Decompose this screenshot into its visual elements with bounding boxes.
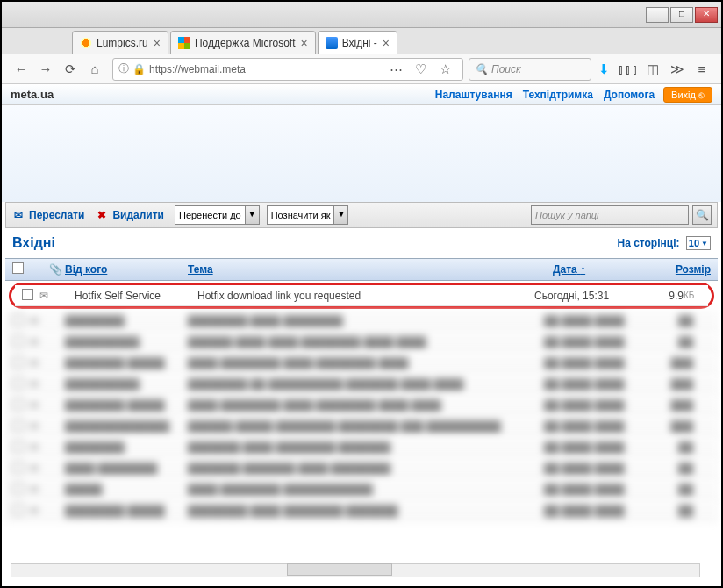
date-cell: ██ ████ ████ xyxy=(544,336,649,348)
row-checkbox[interactable] xyxy=(12,483,30,497)
info-icon[interactable]: ⓘ xyxy=(118,61,129,76)
row-checkbox[interactable] xyxy=(22,289,39,303)
tab-close-icon[interactable]: × xyxy=(383,36,390,50)
from-column-header[interactable]: Від кого xyxy=(65,263,188,276)
window-minimize-button[interactable]: _ xyxy=(646,7,669,23)
row-checkbox[interactable] xyxy=(12,335,30,349)
move-to-select[interactable]: Перенести до ▼ xyxy=(175,205,260,225)
nav-support[interactable]: Техпідтримка xyxy=(523,89,593,101)
dropdown-arrow-icon: ▼ xyxy=(333,206,347,224)
per-page-control: На сторінці: 10 ▼ xyxy=(617,236,711,250)
mail-row[interactable]: ✉████████ █████████ ████████ ████ ██████… xyxy=(5,353,718,374)
library-button[interactable]: ⫿⫿⫿ xyxy=(618,59,639,80)
subject-cell: ███████ ███████ ████ ████████ xyxy=(188,463,544,475)
site-icon xyxy=(178,37,190,49)
tab-microsoft[interactable]: Поддержка Microsoft × xyxy=(170,31,316,54)
envelope-icon: ✉ xyxy=(30,336,49,348)
tab-close-icon[interactable]: × xyxy=(300,36,307,50)
home-button[interactable]: ⌂ xyxy=(84,59,105,80)
mail-grid-header: 📎 Від кого Тема Дата ↑ Розмір xyxy=(5,258,718,281)
menu-button[interactable]: ≡ xyxy=(691,59,712,80)
mark-as-select[interactable]: Позначити як ▼ xyxy=(267,205,349,225)
date-column-header[interactable]: Дата ↑ xyxy=(553,263,658,276)
date-cell: ██ ████ ████ xyxy=(544,505,649,517)
date-cell: ██ ████ ████ xyxy=(544,463,649,475)
subject-cell: Hotfix download link you requested xyxy=(197,290,534,302)
highlighted-message: ✉ Hotfix Self Service Hotfix download li… xyxy=(9,283,714,309)
window-close-button[interactable]: ✕ xyxy=(695,7,718,23)
select-all-checkbox[interactable] xyxy=(12,262,30,276)
scrollbar-thumb[interactable] xyxy=(287,563,392,576)
address-bar[interactable]: ⓘ 🔒 https://webmail.meta ⋯ ♡ ☆ xyxy=(112,58,463,81)
search-bar[interactable]: 🔍 Поиск xyxy=(469,58,591,81)
row-checkbox[interactable] xyxy=(12,504,30,518)
size-cell: ███ xyxy=(649,420,693,433)
envelope-icon: ✉ xyxy=(30,463,49,475)
per-page-select[interactable]: 10 ▼ xyxy=(686,236,711,250)
size-cell: ██ xyxy=(649,463,693,475)
logout-button[interactable]: Вихід ⎋ xyxy=(663,87,712,103)
envelope-icon: ✉ xyxy=(39,290,59,302)
from-cell: ██████████ xyxy=(65,336,188,348)
mail-row[interactable]: ✉████████ █████████████ ████ ████████ ██… xyxy=(5,500,718,521)
mail-row[interactable]: ✉█████████ ████████ ██████████████ ████ … xyxy=(5,479,718,500)
overflow-button[interactable]: ≫ xyxy=(667,59,688,80)
mail-row[interactable]: ✉████████ █████████ ████████ ████ ██████… xyxy=(5,395,718,416)
from-cell: ████████ █████ xyxy=(65,357,188,369)
mail-row[interactable]: ✉████ ███████████████ ███████ ████ █████… xyxy=(5,458,718,479)
from-cell: ████████ xyxy=(65,441,188,454)
envelope-icon: ✉ xyxy=(30,484,49,496)
from-cell: ████████ █████ xyxy=(65,505,188,517)
tab-lumpics[interactable]: Lumpics.ru × xyxy=(72,31,168,54)
envelope-icon: ✉ xyxy=(30,420,49,433)
size-cell: ██ xyxy=(649,336,693,348)
subject-cell: ███████ ████ ████████ ███████ xyxy=(188,441,544,454)
row-checkbox[interactable] xyxy=(12,441,30,455)
mail-row[interactable]: ✉████████████████ ████ ██████████ ████ █… xyxy=(5,311,718,332)
row-checkbox[interactable] xyxy=(12,314,30,328)
mail-row[interactable]: ✉███████████████ ████ ████████ █████████… xyxy=(5,437,718,458)
window-maximize-button[interactable]: □ xyxy=(670,7,693,23)
site-header: meta.ua Налаштування Техпідтримка Допомо… xyxy=(2,84,721,105)
folder-search-input[interactable]: Пошук у папці xyxy=(531,205,689,225)
tab-close-icon[interactable]: × xyxy=(154,36,161,50)
mail-row[interactable]: ✉████████████████████ █████ ████████ ███… xyxy=(5,416,718,437)
row-checkbox[interactable] xyxy=(12,398,30,412)
date-cell: ██ ████ ████ xyxy=(544,399,649,412)
date-cell: ██ ████ ████ xyxy=(544,357,649,369)
subject-cell: ████████ ████ ████████ ███████ xyxy=(188,505,544,517)
folder-name: Вхідні xyxy=(12,235,55,251)
nav-settings[interactable]: Налаштування xyxy=(435,89,512,101)
mail-toolbar: ✉ Переслати ✖ Видалити Перенести до ▼ По… xyxy=(5,202,718,228)
mail-row[interactable]: ✉ Hotfix Self Service Hotfix download li… xyxy=(15,285,708,306)
envelope-icon: ✉ xyxy=(30,505,49,517)
from-cell: ████ ████████ xyxy=(65,463,188,475)
lock-icon: 🔒 xyxy=(132,63,146,75)
sidebar-button[interactable]: ◫ xyxy=(642,59,663,80)
size-column-header[interactable]: Розмір xyxy=(658,263,711,276)
folder-search-button[interactable]: 🔍 xyxy=(692,205,712,225)
tab-inbox[interactable]: Вхідні - × xyxy=(318,31,397,54)
row-checkbox[interactable] xyxy=(12,419,30,434)
row-checkbox[interactable] xyxy=(12,462,30,476)
row-checkbox[interactable] xyxy=(12,377,30,391)
delete-button[interactable]: ✖ Видалити xyxy=(95,208,164,222)
url-more-icon[interactable]: ⋯ xyxy=(385,59,406,80)
downloads-button[interactable]: ⬇ xyxy=(593,59,614,80)
back-button[interactable]: ← xyxy=(11,59,32,80)
forward-button[interactable]: → xyxy=(35,59,56,80)
tab-label: Поддержка Microsoft xyxy=(195,37,296,49)
horizontal-scrollbar[interactable] xyxy=(11,563,700,577)
shield-icon[interactable]: ♡ xyxy=(410,59,431,80)
subject-cell: ██████ ████ ████ ████████ ████ ████ xyxy=(188,336,544,348)
reload-button[interactable]: ⟳ xyxy=(60,59,81,80)
subject-cell: ████ ████████ ████████████ xyxy=(188,484,544,496)
nav-help[interactable]: Допомога xyxy=(604,89,655,101)
bookmark-icon[interactable]: ☆ xyxy=(434,59,455,80)
subject-column-header[interactable]: Тема xyxy=(188,263,553,276)
row-checkbox[interactable] xyxy=(12,356,30,370)
forward-button[interactable]: ✉ Переслати xyxy=(11,208,84,222)
mail-row[interactable]: ✉██████████████████ ██ ██████████ ██████… xyxy=(5,374,718,395)
mail-row[interactable]: ✉████████████████ ████ ████ ████████ ███… xyxy=(5,332,718,353)
search-icon: 🔍 xyxy=(475,63,488,75)
